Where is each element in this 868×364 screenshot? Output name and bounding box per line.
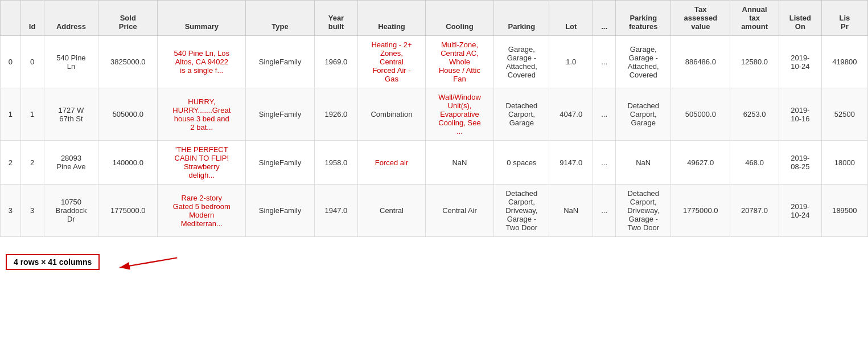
table-cell: 1926.0 (314, 88, 358, 141)
table-cell: 1 (1, 88, 21, 141)
col-header-dots: ... (593, 1, 616, 36)
table-cell: 2 (1, 141, 21, 185)
table-cell: Central Air (425, 185, 494, 237)
col-header-lot: Lot (549, 1, 593, 36)
table-cell: 20787.0 (730, 185, 779, 237)
col-header-heating: Heating (358, 1, 425, 36)
table-cell: 2019-10-24 (779, 185, 821, 237)
table-cell: 140000.0 (98, 141, 158, 185)
table-cell: HURRY,HURRY.......Greathouse 3 bed and2 … (158, 88, 246, 141)
table-row: 00540 PineLn3825000.0540 Pine Ln, LosAlt… (1, 36, 868, 88)
table-cell: 1969.0 (314, 36, 358, 88)
table-cell: 1775000.0 (98, 185, 158, 237)
arrow-icon (111, 251, 179, 273)
table-cell: NaN (549, 185, 593, 237)
table-cell: SingleFamily (246, 141, 314, 185)
table-cell: 505000.0 (98, 88, 158, 141)
col-header-address: Address (44, 1, 98, 36)
table-cell: 1727 W67th St (44, 88, 98, 141)
col-header-idx (1, 1, 21, 36)
col-header-tax-assessed-value: Taxassessedvalue (671, 1, 730, 36)
table-cell: 3 (1, 185, 21, 237)
table-cell: 468.0 (730, 141, 779, 185)
table-cell: 12580.0 (730, 36, 779, 88)
table-cell: 2019-10-16 (779, 88, 821, 141)
table-cell: 0 (20, 36, 44, 88)
table-cell: 4047.0 (549, 88, 593, 141)
table-cell: 1.0 (549, 36, 593, 88)
table-cell: 540 PineLn (44, 36, 98, 88)
table-cell: 0 spaces (494, 141, 549, 185)
table-cell: SingleFamily (246, 36, 314, 88)
col-header-year-built: Yearbuilt (314, 1, 358, 36)
col-header-type: Type (246, 1, 314, 36)
table-cell: 6253.0 (730, 88, 779, 141)
table-cell: SingleFamily (246, 185, 314, 237)
table-cell: 1958.0 (314, 141, 358, 185)
data-table-container: Id Address SoldPrice Summary Type Yearbu… (0, 0, 868, 237)
table-cell: 886486.0 (671, 36, 730, 88)
table-cell: 2019-10-24 (779, 36, 821, 88)
table-cell: DetachedCarport,Garage (616, 88, 671, 141)
table-row: 2228093Pine Ave140000.0'THE PERFECTCABIN… (1, 141, 868, 185)
table-cell: DetachedCarport,Driveway,Garage -Two Doo… (616, 185, 671, 237)
table-cell: 52500 (821, 88, 867, 141)
table-row: 111727 W67th St505000.0HURRY,HURRY......… (1, 88, 868, 141)
table-cell: Garage,Garage -Attached,Covered (494, 36, 549, 88)
table-cell: ... (593, 141, 616, 185)
svg-line-1 (120, 258, 177, 268)
table-cell: 0 (1, 36, 21, 88)
table-cell: Rare 2-storyGated 5 bedroomModernMediter… (158, 185, 246, 237)
table-cell: 'THE PERFECTCABIN TO FLIP!Strawberrydeli… (158, 141, 246, 185)
col-header-id: Id (20, 1, 44, 36)
col-header-parking: Parking (494, 1, 549, 36)
table-cell: 419800 (821, 36, 867, 88)
table-cell: 9147.0 (549, 141, 593, 185)
table-row: 3310750BraddockDr1775000.0Rare 2-storyGa… (1, 185, 868, 237)
table-cell: 540 Pine Ln, LosAltos, CA 94022is a sing… (158, 36, 246, 88)
col-header-sold-price: SoldPrice (98, 1, 158, 36)
col-header-list-p: LisPr (821, 1, 867, 36)
table-cell: 18000 (821, 141, 867, 185)
table-cell: 1775000.0 (671, 185, 730, 237)
table-cell: 2019-08-25 (779, 141, 821, 185)
table-header-row: Id Address SoldPrice Summary Type Yearbu… (1, 1, 868, 36)
table-cell: 2 (20, 141, 44, 185)
table-cell: ... (593, 36, 616, 88)
table-cell: 3825000.0 (98, 36, 158, 88)
table-cell: Wall/WindowUnit(s),EvaporativeCooling, S… (425, 88, 494, 141)
data-table: Id Address SoldPrice Summary Type Yearbu… (0, 0, 868, 237)
table-cell: Forced air (358, 141, 425, 185)
table-cell: 189500 (821, 185, 867, 237)
table-cell: 1947.0 (314, 185, 358, 237)
footer: 4 rows × 41 columns (0, 251, 868, 285)
table-cell: Combination (358, 88, 425, 141)
table-cell: NaN (616, 141, 671, 185)
table-cell: 505000.0 (671, 88, 730, 141)
table-cell: 10750BraddockDr (44, 185, 98, 237)
table-cell: 28093Pine Ave (44, 141, 98, 185)
table-cell: DetachedCarport,Garage (494, 88, 549, 141)
table-cell: SingleFamily (246, 88, 314, 141)
table-cell: Garage,Garage -Attached,Covered (616, 36, 671, 88)
table-cell: 1 (20, 88, 44, 141)
row-col-badge: 4 rows × 41 columns (6, 254, 100, 270)
table-cell: Multi-Zone,Central AC,WholeHouse / Attic… (425, 36, 494, 88)
table-cell: 3 (20, 185, 44, 237)
col-header-listed-on: ListedOn (779, 1, 821, 36)
table-cell: NaN (425, 141, 494, 185)
table-cell: ... (593, 88, 616, 141)
table-cell: Heating - 2+Zones,CentralForced Air -Gas (358, 36, 425, 88)
table-cell: 49627.0 (671, 141, 730, 185)
col-header-summary: Summary (158, 1, 246, 36)
table-cell: ... (593, 185, 616, 237)
col-header-parking-features: Parkingfeatures (616, 1, 671, 36)
table-cell: Central (358, 185, 425, 237)
table-cell: DetachedCarport,Driveway,Garage -Two Doo… (494, 185, 549, 237)
col-header-annual-tax-amount: Annualtaxamount (730, 1, 779, 36)
col-header-cooling: Cooling (425, 1, 494, 36)
